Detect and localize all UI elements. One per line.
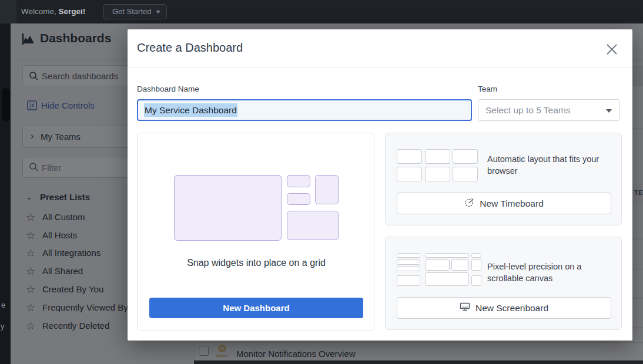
app-screen: Dashboards TEAM Hide Controls › My Teams: [0, 0, 643, 364]
get-started-button[interactable]: Get Started: [103, 4, 167, 19]
screenboard-illustration: [397, 253, 482, 291]
modal-title: Create a Dashboard: [137, 41, 243, 55]
screenboard-card: Pixel-level precision on a scrollable ca…: [385, 237, 622, 330]
caret-down-icon: [606, 109, 612, 113]
nav-logo-block: [0, 0, 16, 23]
table-bottom-scrollbar: [194, 360, 643, 364]
welcome-username: Sergei!: [59, 7, 86, 16]
dashboard-name-input[interactable]: My Service Dashboard: [137, 99, 472, 121]
selected-text: My Service Dashboard: [144, 103, 237, 117]
timeboard-caption: Automatic layout that fits your browser: [487, 153, 617, 177]
dashboard-name-label: Dashboard Name: [137, 85, 199, 93]
top-bar: Welcome, Sergei! Get Started: [0, 0, 643, 23]
nav-text-fragment: y: [1, 322, 5, 331]
caret-down-icon: [156, 11, 160, 14]
nav-active-pill: [2, 88, 10, 121]
screenboard-caption: Pixel-level precision on a scrollable ca…: [487, 261, 596, 284]
welcome-text: Welcome, Sergei!: [21, 0, 85, 23]
new-screenboard-button[interactable]: New Screenboard: [397, 297, 611, 319]
collapsed-nav-strip[interactable]: e y: [0, 23, 11, 364]
team-select[interactable]: Select up to 5 Teams: [478, 99, 620, 121]
new-dashboard-button[interactable]: New Dashboard: [149, 298, 363, 318]
create-dashboard-modal: Create a Dashboard Dashboard Name My Ser…: [128, 29, 632, 341]
close-icon[interactable]: [605, 42, 619, 56]
screenboard-monitor-icon: [460, 302, 470, 314]
grid-card-caption: Snap widgets into place on a grid: [138, 258, 375, 268]
grid-dashboard-card: Snap widgets into place on a grid New Da…: [137, 133, 374, 331]
team-label: Team: [478, 85, 497, 93]
timeboard-clock-icon: [464, 197, 474, 210]
timeboard-card: Automatic layout that fits your browser …: [385, 133, 622, 225]
new-timeboard-button[interactable]: New Timeboard: [397, 193, 611, 214]
nav-text-fragment: e: [1, 301, 5, 309]
